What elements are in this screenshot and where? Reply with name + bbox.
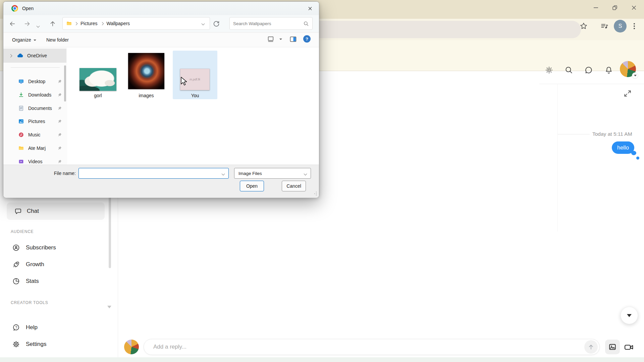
restore-button[interactable] xyxy=(610,4,620,11)
file-name-label[interactable]: images xyxy=(128,93,164,99)
breadcrumb-item-pictures[interactable]: Pictures xyxy=(78,21,100,26)
sidebar-scroll-down-arrow[interactable] xyxy=(107,306,111,308)
desktop-icon xyxy=(18,78,24,84)
file-name-combobox[interactable] xyxy=(78,168,229,179)
expand-icon xyxy=(623,89,632,98)
change-view-button[interactable] xyxy=(267,36,274,43)
views-icon xyxy=(267,36,274,43)
nav-item-documents[interactable]: Documents xyxy=(3,102,66,115)
chevron-right-icon xyxy=(100,22,104,25)
browser-profile-avatar[interactable]: S xyxy=(614,20,627,33)
file-thumbnail-images[interactable] xyxy=(128,53,164,89)
open-button-label: Open xyxy=(246,183,258,189)
organize-button[interactable]: Organize xyxy=(12,33,36,47)
search-box[interactable] xyxy=(229,17,313,30)
search-icon xyxy=(303,21,309,26)
sidebar-item-help[interactable]: ? Help xyxy=(0,319,101,336)
breadcrumb-item-wallpapers[interactable]: Wallpapers xyxy=(105,21,132,26)
messages-button[interactable] xyxy=(584,66,593,74)
forward-arrow-icon xyxy=(23,20,31,27)
nav-pane-scrollbar[interactable] xyxy=(64,65,66,102)
minimize-button[interactable] xyxy=(591,4,601,11)
search-input[interactable] xyxy=(233,18,300,29)
expand-button[interactable] xyxy=(623,89,632,98)
new-folder-label: New folder xyxy=(46,37,69,43)
pin-icon[interactable] xyxy=(57,79,62,84)
file-name-field-label: File name: xyxy=(30,168,76,179)
growth-rocket-icon xyxy=(12,260,20,268)
chevron-down-icon xyxy=(304,172,307,176)
chevron-down-icon xyxy=(37,24,40,28)
reply-input-container[interactable] xyxy=(144,339,600,355)
cancel-button[interactable]: Cancel xyxy=(282,181,306,191)
nav-item-label: OneDrive xyxy=(27,53,47,58)
up-button[interactable] xyxy=(49,20,56,27)
dialog-close-button[interactable] xyxy=(304,4,316,13)
reply-avatar xyxy=(124,340,139,354)
nav-item-downloads[interactable]: Downloads xyxy=(3,88,66,102)
minimize-icon xyxy=(593,4,599,11)
sidebar-item-label: Settings xyxy=(26,341,46,348)
refresh-button[interactable] xyxy=(213,20,220,27)
nav-item-pictures[interactable]: Pictures xyxy=(3,115,66,128)
new-folder-button[interactable]: New folder xyxy=(46,33,69,47)
close-window-button[interactable] xyxy=(629,4,639,11)
screen: S Chat AUDIENCE Subscribers Growth xyxy=(0,0,644,362)
pin-icon[interactable] xyxy=(57,93,62,97)
pin-icon[interactable] xyxy=(57,146,62,150)
up-arrow-icon xyxy=(49,20,56,27)
sidebar-item-growth[interactable]: Growth xyxy=(0,256,101,273)
nav-item-onedrive[interactable]: OneDrive xyxy=(3,49,66,63)
chevron-right-icon xyxy=(9,54,12,57)
browser-menu-button[interactable] xyxy=(633,22,636,30)
nav-item-ate-marj[interactable]: Ate Marj xyxy=(3,141,66,155)
theme-toggle-button[interactable] xyxy=(545,66,553,74)
open-button[interactable]: Open xyxy=(240,181,264,191)
pin-icon[interactable] xyxy=(57,119,62,124)
media-controls-button[interactable] xyxy=(600,22,609,31)
avatar-menu-chevron[interactable] xyxy=(632,72,638,79)
resize-grip[interactable] xyxy=(313,191,317,195)
folder-icon xyxy=(18,145,24,151)
file-name-input[interactable] xyxy=(82,169,219,178)
scroll-to-bottom-button[interactable] xyxy=(621,307,638,324)
sidebar-item-settings[interactable]: Settings xyxy=(0,336,101,353)
mouse-cursor-icon xyxy=(180,76,187,86)
chevron-down-icon[interactable] xyxy=(222,172,225,176)
file-type-select[interactable]: Image Files xyxy=(234,168,311,179)
send-button[interactable] xyxy=(584,340,598,354)
sidebar-scrollbar[interactable] xyxy=(109,189,111,268)
file-name-label[interactable]: You xyxy=(173,93,217,99)
notifications-button[interactable] xyxy=(604,66,613,74)
nav-item-label: Documents xyxy=(28,106,57,111)
pin-icon[interactable] xyxy=(57,106,62,111)
nav-item-label: Music xyxy=(28,132,57,137)
sidebar-item-label: Stats xyxy=(26,278,39,285)
nav-item-music[interactable]: Music xyxy=(3,128,66,141)
pin-icon[interactable] xyxy=(57,160,62,164)
file-name-label[interactable]: gorl xyxy=(79,93,116,99)
sidebar-item-stats[interactable]: Stats xyxy=(0,273,101,290)
bottom-strip xyxy=(0,357,644,362)
help-button[interactable]: ? xyxy=(303,35,311,43)
nav-item-label: Pictures xyxy=(28,119,57,124)
recent-locations-button[interactable] xyxy=(37,22,39,28)
reply-input[interactable] xyxy=(153,340,569,354)
views-dropdown-button[interactable] xyxy=(277,36,282,42)
search-button[interactable] xyxy=(565,66,573,74)
video-reply-button[interactable] xyxy=(623,342,635,353)
preview-pane-button[interactable] xyxy=(289,35,297,43)
chat-panel-border xyxy=(557,84,558,232)
back-button[interactable] xyxy=(9,20,16,27)
bookmark-star-button[interactable] xyxy=(579,22,588,31)
file-thumbnail-gorl[interactable] xyxy=(79,68,116,91)
sidebar-item-chat[interactable]: Chat xyxy=(7,202,105,220)
sidebar-item-label: Help xyxy=(26,324,38,331)
pin-icon[interactable] xyxy=(57,133,62,137)
dialog-title-bar[interactable]: Open xyxy=(3,2,319,15)
breadcrumb[interactable]: Pictures Wallpapers xyxy=(62,17,210,30)
attach-image-button[interactable] xyxy=(605,340,620,354)
sidebar-item-subscribers[interactable]: Subscribers xyxy=(0,239,101,256)
nav-item-desktop[interactable]: Desktop xyxy=(3,75,66,88)
forward-button[interactable] xyxy=(23,20,31,27)
